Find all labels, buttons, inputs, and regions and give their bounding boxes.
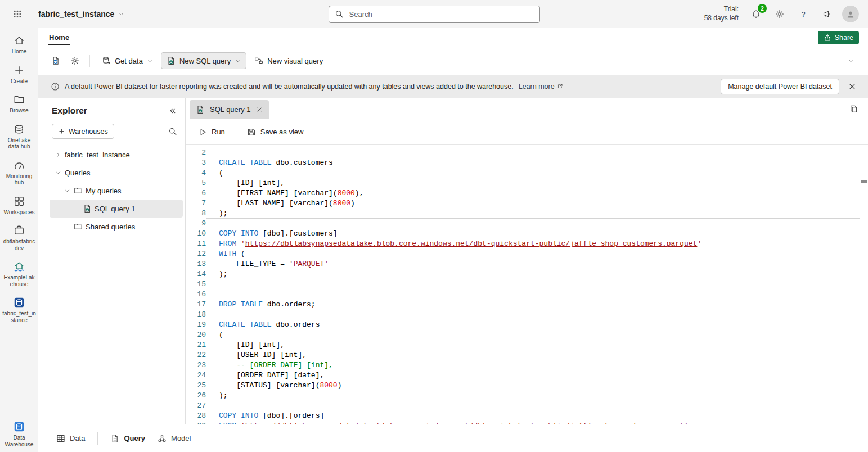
code-line[interactable]: 11FROM 'https://dbtlabsynapsedatalake.bl… xyxy=(186,239,868,249)
tree-item-sql-query-1[interactable]: SQL query 1 xyxy=(50,200,183,218)
code-text xyxy=(206,279,868,290)
code-text xyxy=(206,310,868,320)
close-icon xyxy=(848,82,857,91)
info-banner: A default Power BI dataset for faster re… xyxy=(38,75,868,98)
line-number: 8 xyxy=(186,209,206,219)
nav-rail-item-data-warehouse[interactable]: Data Warehouse xyxy=(1,421,37,448)
nav-rail-item-onelake-data-hub[interactable]: OneLake data hub xyxy=(1,124,37,150)
chevron-down-icon xyxy=(54,170,62,176)
tree-item-shared-queries[interactable]: Shared queries xyxy=(50,218,183,236)
code-line[interactable]: 23 -- [ORDER_DATE] [int], xyxy=(186,360,868,370)
code-line[interactable]: 7 [LAST_NAME] [varchar](8000) xyxy=(186,198,868,209)
add-warehouses-button[interactable]: Warehouses xyxy=(52,124,114,139)
feedback-button[interactable] xyxy=(818,6,835,22)
refresh-source-button[interactable] xyxy=(47,53,64,69)
close-tab-icon[interactable] xyxy=(256,106,263,113)
code-line[interactable]: 15 xyxy=(186,279,868,290)
explorer-search-icon[interactable] xyxy=(168,127,177,136)
code-line[interactable]: 19CREATE TABLE dbo.orders xyxy=(186,320,868,330)
code-line[interactable]: 4( xyxy=(186,168,868,178)
query-tab-active[interactable]: SQL query 1 xyxy=(190,100,269,119)
code-line[interactable]: 13 FILE_TYPE = 'PARQUET' xyxy=(186,259,868,269)
scrollbar-thumb[interactable] xyxy=(861,180,867,183)
share-button[interactable]: Share xyxy=(818,31,859,44)
workspace-title-menu[interactable]: fabric_test_instance xyxy=(38,10,124,19)
code-line[interactable]: 3CREATE TABLE dbo.customers xyxy=(186,158,868,168)
nav-rail-item-create[interactable]: Create xyxy=(1,65,37,85)
toolbar-divider xyxy=(89,55,90,67)
tree-item-queries[interactable]: Queries xyxy=(50,164,183,182)
nav-rail-item-dbtlabsfabricdev[interactable]: dbtlabsfabricdev xyxy=(1,225,37,251)
code-line[interactable]: 27 xyxy=(186,401,868,411)
banner-dismiss-button[interactable] xyxy=(844,79,860,94)
line-number: 19 xyxy=(186,320,206,330)
code-line[interactable]: 26); xyxy=(186,391,868,401)
save-as-view-button[interactable]: Save as view xyxy=(242,124,309,141)
tab-home[interactable]: Home xyxy=(47,29,71,46)
nav-rail-item-home[interactable]: Home xyxy=(1,35,37,55)
code-line[interactable]: 14); xyxy=(186,269,868,279)
browse-icon xyxy=(14,94,25,105)
code-line[interactable]: 24 [ORDER_DATE] [date], xyxy=(186,370,868,381)
tree-item-fabric-test-instance[interactable]: fabric_test_instance xyxy=(50,146,183,164)
bottom-tab-data[interactable]: Data xyxy=(56,434,85,443)
code-line[interactable]: 18 xyxy=(186,310,868,320)
code-line[interactable]: 6 [FIRST_NAME] [varchar](8000), xyxy=(186,188,868,198)
code-line[interactable]: 20( xyxy=(186,330,868,340)
code-line[interactable]: 25 [STATUS] [varchar](8000) xyxy=(186,381,868,391)
code-line[interactable]: 16 xyxy=(186,290,868,300)
nav-rail-item-monitoring-hub[interactable]: Monitoring hub xyxy=(1,160,37,186)
code-line[interactable]: 10COPY INTO [dbo].[customers] xyxy=(186,229,868,239)
notifications-button[interactable]: 2 xyxy=(748,6,764,22)
code-line[interactable]: 9 xyxy=(186,219,868,229)
line-number: 27 xyxy=(186,401,206,411)
account-avatar[interactable] xyxy=(842,6,859,22)
nav-rail-item-label: ExampleLakehouse xyxy=(1,274,37,287)
editor-scrollbar[interactable] xyxy=(860,146,868,424)
copy-button[interactable] xyxy=(847,102,861,116)
manage-dataset-button[interactable]: Manage default Power BI dataset xyxy=(721,79,839,94)
code-line[interactable]: 17DROP TABLE dbo.orders; xyxy=(186,300,868,310)
help-button[interactable]: ? xyxy=(795,6,812,22)
global-search[interactable] xyxy=(329,6,540,23)
doc-arrow-icon xyxy=(51,56,60,65)
run-button[interactable]: Run xyxy=(193,124,230,141)
nav-rail-item-fabric-test-instance[interactable]: fabric_test_instance xyxy=(1,297,37,323)
nav-rail-item-browse[interactable]: Browse xyxy=(1,94,37,114)
code-line[interactable]: 22 [USER_ID] [int], xyxy=(186,350,868,360)
code-line[interactable]: 21 [ID] [int], xyxy=(186,340,868,350)
run-label: Run xyxy=(212,128,225,136)
sql-code-editor[interactable]: 23CREATE TABLE dbo.customers4(5 [ID] [in… xyxy=(186,146,868,424)
nav-rail-item-workspaces[interactable]: Workspaces xyxy=(1,196,37,216)
code-line[interactable]: 28COPY INTO [dbo].[orders] xyxy=(186,411,868,421)
chevron-down-icon xyxy=(147,58,153,64)
tree-item-my-queries[interactable]: My queries xyxy=(50,182,183,200)
code-line[interactable]: 8); xyxy=(186,209,868,219)
bottom-tab-query[interactable]: Query xyxy=(110,434,145,443)
code-text: ( xyxy=(206,330,868,340)
get-data-label: Get data xyxy=(115,57,143,65)
explorer-title: Explorer xyxy=(52,106,87,116)
line-number: 17 xyxy=(186,300,206,310)
get-data-button[interactable]: Get data xyxy=(96,52,159,69)
new-visual-query-button[interactable]: New visual query xyxy=(249,52,329,69)
bottom-tab-model[interactable]: Model xyxy=(158,434,191,443)
code-line[interactable]: 5 [ID] [int], xyxy=(186,178,868,188)
explorer-panel: Explorer Warehouses fabric_test_instance… xyxy=(47,98,186,424)
ribbon-collapse-button[interactable] xyxy=(842,53,859,69)
learn-more-link[interactable]: Learn more xyxy=(519,83,563,91)
code-text: -- [ORDER_DATE] [int], xyxy=(206,360,868,370)
code-line[interactable]: 2 xyxy=(186,148,868,158)
warehouse-settings-button[interactable] xyxy=(66,53,83,69)
notification-badge: 2 xyxy=(758,4,767,13)
code-line[interactable]: 12WITH ( xyxy=(186,249,868,259)
tree-item-label: SQL query 1 xyxy=(95,205,136,213)
new-sql-query-button[interactable]: New SQL query xyxy=(161,52,246,69)
settings-button[interactable] xyxy=(771,6,788,22)
search-input[interactable] xyxy=(348,10,534,19)
bottom-tab-label: Model xyxy=(171,434,191,442)
nav-rail-item-examplelakehouse[interactable]: ExampleLakehouse xyxy=(1,261,37,287)
collapse-panel-icon[interactable] xyxy=(168,106,177,115)
app-launcher-button[interactable] xyxy=(9,6,26,22)
code-text: DROP TABLE dbo.orders; xyxy=(206,300,868,310)
